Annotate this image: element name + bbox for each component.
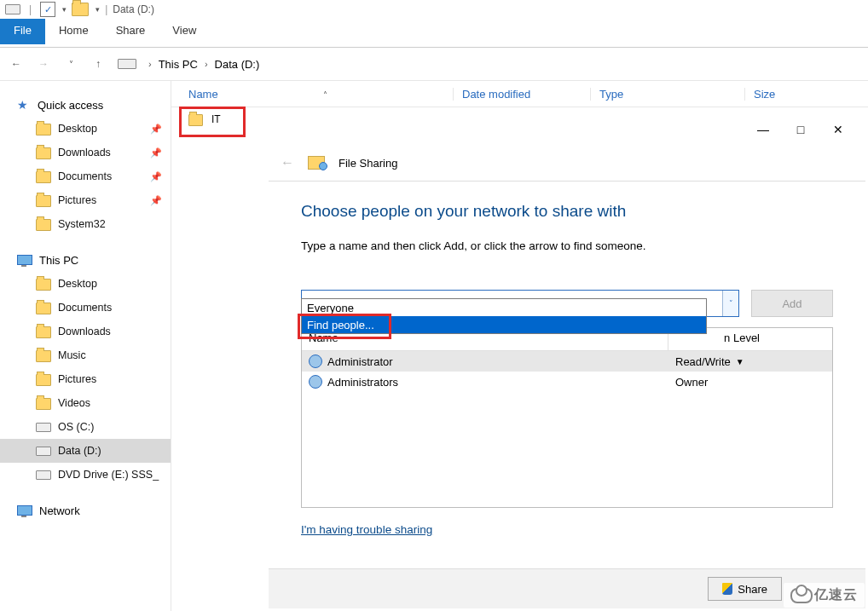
folder-icon <box>36 147 51 159</box>
pin-icon: 📌 <box>150 147 162 159</box>
chevron-right-icon[interactable]: › <box>143 59 157 69</box>
folder-icon <box>36 303 51 314</box>
chevron-right-icon[interactable]: › <box>200 59 213 69</box>
combobox-dropdown-list: Everyone Find people... <box>301 298 707 334</box>
network-icon <box>17 505 32 516</box>
drive-icon <box>36 447 51 456</box>
users-icon <box>309 375 322 389</box>
nav-pane: ★ Quick access Desktop📌 Downloads📌 Docum… <box>0 81 171 611</box>
folder-icon <box>36 124 51 135</box>
breadcrumb[interactable]: › This PC › Data (D:) <box>116 58 259 71</box>
cloud-icon <box>790 588 813 603</box>
col-name[interactable]: Name ˄ <box>171 88 453 101</box>
user-icon <box>309 354 322 368</box>
pin-icon: 📌 <box>150 124 162 135</box>
sharing-table: Name Permission Level Administrator Read… <box>301 327 833 508</box>
folder-icon <box>36 326 51 338</box>
col-date[interactable]: Date modified <box>453 88 590 101</box>
drive-icon <box>5 4 20 14</box>
nav-pc-music[interactable]: Music <box>0 343 171 367</box>
recent-dropdown[interactable]: ˅ <box>61 55 80 73</box>
ribbon-tabs: File Home Share View <box>0 19 868 44</box>
minimize-button[interactable]: — <box>756 123 770 136</box>
nav-label: Quick access <box>38 99 103 112</box>
file-name: IT <box>211 113 221 125</box>
title-bar: | ✓ ▾ ▾ | Data (D:) <box>0 0 868 19</box>
qat-properties-icon[interactable]: ✓ <box>40 2 55 17</box>
dropdown-item-everyone[interactable]: Everyone <box>302 299 706 316</box>
column-header: Name ˄ Date modified Type Size <box>171 81 868 107</box>
tab-home[interactable]: Home <box>45 19 102 44</box>
folder-icon <box>36 219 51 231</box>
folder-icon <box>36 279 51 291</box>
folder-icon <box>188 114 203 126</box>
nav-pc-videos[interactable]: Videos <box>0 391 171 415</box>
combobox-dropdown-icon[interactable]: ˅ <box>722 291 738 316</box>
nav-system32[interactable]: System32 <box>0 212 171 236</box>
dialog-header: ← File Sharing <box>269 145 865 182</box>
nav-pc-downloads[interactable]: Downloads <box>0 320 171 343</box>
breadcrumb-current[interactable]: Data (D:) <box>215 58 260 71</box>
file-sharing-dialog: — □ ✕ ← File Sharing Choose people on yo… <box>269 114 865 608</box>
window-title: Data (D:) <box>113 3 154 15</box>
maximize-button[interactable]: □ <box>794 123 807 136</box>
dialog-footer: Share <box>269 568 865 608</box>
qat-folder-dropdown-icon[interactable]: ▾ <box>95 5 100 14</box>
col-size[interactable]: Size <box>744 88 775 101</box>
folder-icon <box>36 350 51 362</box>
nav-documents[interactable]: Documents📌 <box>0 164 171 188</box>
dialog-body: Choose people on your network to share w… <box>269 182 865 545</box>
watermark: 亿速云 <box>784 583 865 608</box>
star-icon: ★ <box>17 98 31 112</box>
forward-button[interactable]: → <box>34 55 53 73</box>
tab-file[interactable]: File <box>0 19 45 44</box>
tab-share[interactable]: Share <box>102 19 159 44</box>
share-button[interactable]: Share <box>708 577 782 601</box>
nav-pc-pictures[interactable]: Pictures <box>0 367 171 391</box>
folder-icon <box>36 171 51 183</box>
sort-indicator-icon: ˄ <box>323 90 327 100</box>
col-type[interactable]: Type <box>590 88 744 101</box>
pc-icon <box>17 255 32 265</box>
dvd-icon <box>36 470 51 480</box>
dialog-subtitle: Type a name and then click Add, or click… <box>301 239 833 252</box>
table-row[interactable]: Administrator Read/Write▼ <box>302 351 832 372</box>
dialog-header-title: File Sharing <box>339 157 397 170</box>
nav-pc-desktop[interactable]: Desktop <box>0 272 171 296</box>
nav-this-pc[interactable]: This PC <box>0 248 171 272</box>
file-sharing-icon <box>308 156 325 170</box>
qat-folder-icon[interactable] <box>72 3 89 16</box>
nav-downloads[interactable]: Downloads📌 <box>0 141 171 164</box>
tab-view[interactable]: View <box>159 19 210 44</box>
nav-desktop[interactable]: Desktop📌 <box>0 117 171 141</box>
dialog-title: Choose people on your network to share w… <box>301 202 833 221</box>
shield-icon <box>722 583 732 595</box>
nav-pictures[interactable]: Pictures📌 <box>0 188 171 212</box>
add-button[interactable]: Add <box>751 290 833 317</box>
quick-access-toolbar: ✓ ▾ ▾ <box>40 2 100 17</box>
trouble-sharing-link[interactable]: I'm having trouble sharing <box>301 523 432 536</box>
folder-icon <box>36 398 51 410</box>
back-button[interactable]: ← <box>7 55 26 73</box>
dialog-back-icon[interactable]: ← <box>281 155 294 170</box>
table-row[interactable]: Administrators Owner <box>302 372 832 392</box>
pin-icon: 📌 <box>150 195 162 206</box>
close-button[interactable]: ✕ <box>831 123 845 136</box>
folder-icon <box>36 374 51 386</box>
chevron-down-icon[interactable]: ▼ <box>736 357 744 366</box>
nav-dvd-e[interactable]: DVD Drive (E:) SSS_ <box>0 463 171 487</box>
nav-network[interactable]: Network <box>0 499 171 522</box>
nav-pc-documents[interactable]: Documents <box>0 296 171 320</box>
up-button[interactable]: ↑ <box>89 55 107 73</box>
nav-data-d[interactable]: Data (D:) <box>0 439 171 463</box>
drive-icon <box>36 423 51 432</box>
nav-quick-access[interactable]: ★ Quick access <box>0 93 171 117</box>
qat-dropdown-icon[interactable]: ▾ <box>62 5 67 14</box>
nav-os-c[interactable]: OS (C:) <box>0 415 171 439</box>
folder-icon <box>36 195 51 207</box>
dialog-titlebar: — □ ✕ <box>269 114 865 145</box>
breadcrumb-drive-icon <box>118 59 136 69</box>
address-bar-row: ← → ˅ ↑ › This PC › Data (D:) <box>0 48 868 81</box>
dropdown-item-find-people[interactable]: Find people... <box>302 316 706 333</box>
breadcrumb-root[interactable]: This PC <box>159 58 198 71</box>
